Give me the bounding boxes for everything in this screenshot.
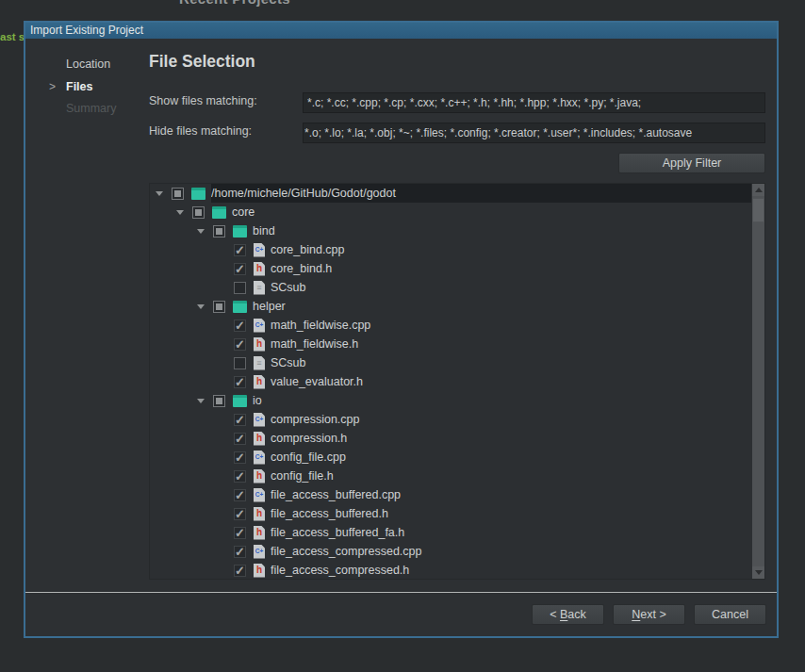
header-file-icon: h <box>254 375 265 389</box>
tree-row[interactable]: bind <box>150 221 764 240</box>
header-file-icon: h <box>254 507 265 521</box>
tree-row[interactable]: ✓C+file_access_compressed.cpp <box>150 542 764 561</box>
apply-filter-button[interactable]: Apply Filter <box>618 153 765 173</box>
checkbox[interactable] <box>213 395 225 407</box>
checkbox[interactable]: ✓ <box>234 451 246 464</box>
checkbox[interactable]: ✓ <box>234 527 246 539</box>
expand-arrow-icon[interactable] <box>197 399 213 403</box>
tree-row[interactable]: ✓C+file_access_buffered.cpp <box>150 485 764 504</box>
expand-arrow-icon[interactable] <box>197 229 213 234</box>
show-files-input[interactable] <box>303 92 765 113</box>
tree-row[interactable]: io <box>150 391 764 410</box>
tree-item-label: core_bind.cpp <box>271 243 345 256</box>
tree-row[interactable]: ≡SCsub <box>150 353 764 372</box>
tree-row[interactable]: ✓hcore_bind.h <box>150 259 764 278</box>
tree-item-label: bind <box>253 224 275 238</box>
checkbox[interactable]: ✓ <box>234 489 246 501</box>
dialog-body: > Location Files Summary File Selection … <box>25 39 777 636</box>
checkbox[interactable]: ✓ <box>234 376 246 388</box>
tree-row[interactable]: ✓C+config_file.cpp <box>150 448 764 467</box>
tree-row[interactable]: ✓hfile_access_buffered_fa.h <box>150 523 764 542</box>
next-button[interactable]: Next > <box>613 604 685 625</box>
tree-row[interactable]: ✓C+compression.cpp <box>150 410 764 429</box>
header-file-icon: h <box>254 526 265 540</box>
checkbox[interactable] <box>172 188 184 200</box>
checkbox[interactable]: ✓ <box>234 320 246 332</box>
checkbox[interactable]: ✓ <box>234 338 246 351</box>
checkbox[interactable] <box>192 206 205 219</box>
tree-item-label: compression.cpp <box>271 413 360 426</box>
tree-item-label: SCsub <box>271 281 306 294</box>
tree-row[interactable]: ✓hfile_access_buffered.h <box>150 504 764 523</box>
folder-icon <box>233 395 247 407</box>
tree-item-label: config_file.h <box>271 469 334 483</box>
cpp-file-icon: C+ <box>254 451 265 465</box>
tree-row[interactable]: ✓hconfig_file.h <box>150 467 764 485</box>
tree-row[interactable]: ✓hmath_fieldwise.h <box>150 335 764 353</box>
hide-files-input[interactable] <box>303 123 765 143</box>
checkbox[interactable]: ✓ <box>234 470 246 483</box>
checkbox[interactable]: ✓ <box>234 433 246 445</box>
tree-row[interactable]: ✓hcompression.h <box>150 429 764 448</box>
tree-row[interactable]: ✓C+math_fieldwise.cpp <box>150 316 764 335</box>
header-file-icon: h <box>254 262 265 276</box>
folder-icon <box>191 188 205 200</box>
expand-arrow-icon[interactable] <box>176 210 192 215</box>
hide-files-label: Hide files matching: <box>149 124 252 138</box>
cpp-file-icon: C+ <box>254 545 265 559</box>
checkbox[interactable]: ✓ <box>234 508 246 520</box>
file-icon: ≡ <box>254 356 265 370</box>
tree-item-label: file_access_compressed.h <box>271 564 409 577</box>
tree-row[interactable]: ✓hvalue_evaluator.h <box>150 372 764 391</box>
tree-row[interactable]: ≡SCsub <box>150 278 764 297</box>
folder-icon <box>233 301 247 313</box>
tree-item-label: value_evaluator.h <box>271 375 363 388</box>
back-button[interactable]: < Back <box>532 604 604 625</box>
tree-item-label: io <box>253 394 262 407</box>
tree-row[interactable]: ✓hfile_access_compressed.h <box>150 561 764 580</box>
checkbox[interactable]: ✓ <box>234 244 246 256</box>
cpp-file-icon: C+ <box>254 488 265 502</box>
checkbox[interactable] <box>213 301 225 313</box>
wizard-step-files[interactable]: Files <box>66 80 93 93</box>
checkbox[interactable]: ✓ <box>234 263 246 275</box>
expand-arrow-icon[interactable] <box>156 191 172 196</box>
tree-scrollbar[interactable] <box>752 184 764 579</box>
tree-item-label: file_access_buffered.h <box>271 507 388 520</box>
tree-item-label: config_file.cpp <box>271 451 346 464</box>
tree-row[interactable]: /home/michele/GitHub/Godot/godot <box>150 184 764 203</box>
tree-item-label: core_bind.h <box>271 262 332 275</box>
tree-item-label: helper <box>253 300 286 313</box>
checkbox[interactable] <box>234 282 246 294</box>
tree-item-label: file_access_buffered.cpp <box>271 488 401 501</box>
checkbox[interactable]: ✓ <box>234 565 246 577</box>
wizard-step-location[interactable]: Location <box>66 57 110 71</box>
background-recent-projects-text: Recent Projects <box>179 0 290 7</box>
checkbox[interactable] <box>213 225 225 238</box>
tree-row[interactable]: ✓C+core_bind.cpp <box>150 240 764 259</box>
file-tree: /home/michele/GitHub/Godot/godotcorebind… <box>149 183 765 580</box>
scrollbar-up-button[interactable] <box>752 184 764 196</box>
cpp-file-icon: C+ <box>254 243 265 257</box>
header-file-icon: h <box>254 432 265 446</box>
tree-item-label: math_fieldwise.h <box>271 337 358 351</box>
cpp-file-icon: C+ <box>254 319 265 333</box>
checkbox[interactable] <box>234 357 246 369</box>
header-file-icon: h <box>254 469 265 484</box>
tree-item-label: /home/michele/GitHub/Godot/godot <box>211 187 396 200</box>
cancel-button[interactable]: Cancel <box>694 604 766 625</box>
wizard-step-summary: Summary <box>66 102 116 115</box>
footer-buttons: < BackNext >Cancel <box>532 604 766 625</box>
tree-row[interactable]: helper <box>150 297 764 316</box>
tree-row[interactable]: core <box>150 203 764 221</box>
folder-icon <box>233 225 247 238</box>
expand-arrow-icon[interactable] <box>197 304 213 309</box>
folder-icon <box>212 206 226 219</box>
tree-item-label: SCsub <box>271 356 306 369</box>
tree-item-label: math_fieldwise.cpp <box>271 319 370 332</box>
checkbox[interactable]: ✓ <box>234 546 246 558</box>
scrollbar-down-button[interactable] <box>752 566 764 579</box>
checkbox[interactable]: ✓ <box>234 414 246 426</box>
scrollbar-thumb[interactable] <box>752 198 764 222</box>
dialog-titlebar[interactable]: Import Existing Project <box>25 23 777 39</box>
